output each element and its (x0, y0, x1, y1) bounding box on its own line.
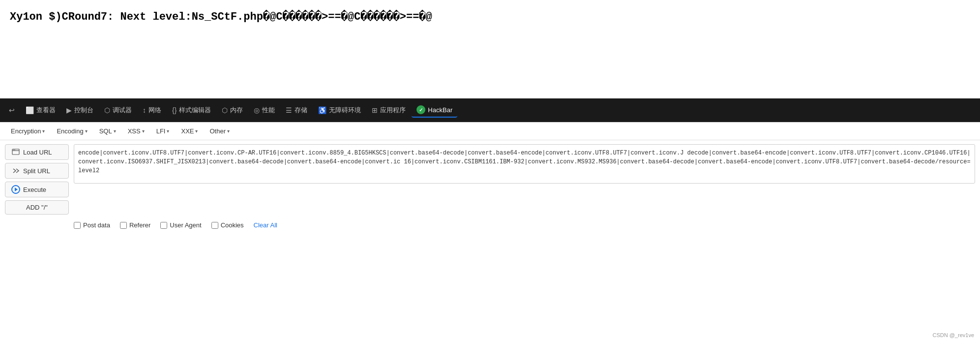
referer-label: Referer (129, 221, 150, 229)
menu-encoding[interactable]: Encoding ▾ (51, 125, 93, 137)
page-title: Xy1on $)CRound7: Next level:Ns_SCtF.php�… (10, 10, 970, 23)
execute-icon (11, 185, 20, 194)
split-url-label: Split URL (23, 167, 50, 175)
user-agent-checkbox[interactable]: User Agent (160, 221, 201, 229)
post-data-label: Post data (83, 221, 110, 229)
toolbar-storage[interactable]: ☰ 存储 (281, 103, 312, 117)
menu-encryption-label: Encryption (11, 127, 41, 135)
load-url-icon (11, 148, 20, 156)
toolbar-network[interactable]: ↕ 网络 (138, 103, 166, 117)
console-icon: ▶ (66, 106, 72, 114)
menu-other-label: Other (209, 127, 226, 135)
execute-button[interactable]: Execute (5, 182, 69, 197)
network-icon: ↕ (143, 106, 146, 114)
menu-lfi[interactable]: LFI ▾ (150, 125, 176, 137)
post-data-input[interactable] (74, 222, 81, 229)
cookies-input[interactable] (211, 222, 218, 229)
hackbar-buttons: Load URL Split URL Execute ADD "/" (5, 144, 69, 215)
toolbar-memory-label: 内存 (230, 106, 243, 115)
toolbar-accessibility[interactable]: ♿ 无障碍环境 (313, 103, 366, 117)
toolbar-app[interactable]: ⊞ 应用程序 (367, 103, 411, 117)
execute-label: Execute (23, 186, 46, 193)
toolbar-back[interactable]: ↩ (4, 104, 20, 117)
cookies-checkbox[interactable]: Cookies (211, 221, 244, 229)
load-url-label: Load URL (23, 149, 52, 156)
menu-encryption[interactable]: Encryption ▾ (5, 125, 51, 137)
url-content-area[interactable]: encode|convert.iconv.UTF8.UTF7|convert.i… (74, 144, 975, 184)
svg-point-2 (14, 150, 15, 151)
memory-icon: ⬡ (222, 106, 228, 114)
lfi-arrow-icon: ▾ (167, 128, 169, 134)
top-content-area: Xy1on $)CRound7: Next level:Ns_SCtF.php�… (0, 0, 980, 98)
cookies-label: Cookies (221, 221, 244, 229)
toolbar-memory[interactable]: ⬡ 内存 (217, 103, 248, 117)
split-url-icon (11, 166, 20, 175)
toolbar-hackbar[interactable]: ✓ HackBar (412, 103, 457, 118)
hackbar-icon: ✓ (416, 105, 425, 114)
toolbar-hackbar-label: HackBar (428, 106, 452, 114)
toolbar-console[interactable]: ▶ 控制台 (61, 103, 98, 117)
hackbar-main: Load URL Split URL Execute ADD "/" (0, 140, 980, 218)
menu-encoding-label: Encoding (57, 127, 83, 135)
sql-arrow-icon: ▾ (114, 128, 116, 134)
accessibility-icon: ♿ (318, 106, 327, 114)
menu-lfi-label: LFI (156, 127, 166, 135)
add-slash-button[interactable]: ADD "/" (5, 200, 69, 215)
toolbar-console-label: 控制台 (74, 106, 93, 115)
debugger-icon: ⬡ (104, 106, 110, 114)
back-icon: ↩ (9, 106, 15, 114)
toolbar-inspector[interactable]: ⬜ 查看器 (21, 103, 60, 117)
hackbar-menu: Encryption ▾ Encoding ▾ SQL ▾ XSS ▾ LFI … (0, 123, 980, 140)
referer-input[interactable] (120, 222, 127, 229)
toolbar-network-label: 网络 (148, 106, 161, 115)
encoding-arrow-icon: ▾ (85, 128, 88, 134)
toolbar-style-label: 样式编辑器 (179, 106, 211, 115)
toolbar-app-label: 应用程序 (380, 106, 406, 115)
user-agent-input[interactable] (160, 222, 167, 229)
app-icon: ⊞ (372, 106, 378, 114)
toolbar-accessibility-label: 无障碍环境 (329, 106, 361, 115)
split-url-button[interactable]: Split URL (5, 163, 69, 179)
post-data-checkbox[interactable]: Post data (74, 221, 110, 229)
other-arrow-icon: ▾ (227, 128, 230, 134)
url-text: encode|convert.iconv.UTF8.UTF7|convert.i… (78, 149, 971, 175)
toolbar-debugger[interactable]: ⬡ 调试器 (99, 103, 137, 117)
encryption-arrow-icon: ▾ (42, 128, 45, 134)
toolbar-debugger-label: 调试器 (113, 106, 132, 115)
add-slash-label: ADD "/" (26, 204, 48, 211)
toolbar-performance-label: 性能 (262, 106, 275, 115)
user-agent-label: User Agent (170, 221, 201, 229)
menu-xxe-label: XXE (181, 127, 194, 135)
menu-sql[interactable]: SQL ▾ (93, 125, 122, 137)
toolbar-performance[interactable]: ◎ 性能 (249, 103, 280, 117)
watermark: CSDN @_rev1ve (932, 332, 974, 338)
menu-sql-label: SQL (99, 127, 112, 135)
xxe-arrow-icon: ▾ (195, 128, 198, 134)
referer-checkbox[interactable]: Referer (120, 221, 150, 229)
storage-icon: ☰ (286, 106, 292, 114)
style-editor-icon: {} (172, 106, 177, 114)
devtools-toolbar: ↩ ⬜ 查看器 ▶ 控制台 ⬡ 调试器 ↕ 网络 {} 样式编辑器 ⬡ 内存 ◎… (0, 98, 980, 122)
toolbar-storage-label: 存储 (295, 106, 307, 115)
menu-other[interactable]: Other ▾ (204, 125, 236, 137)
menu-xss[interactable]: XSS ▾ (122, 125, 150, 137)
hackbar-panel: Encryption ▾ Encoding ▾ SQL ▾ XSS ▾ LFI … (0, 122, 980, 232)
performance-icon: ◎ (254, 106, 260, 114)
xss-arrow-icon: ▾ (142, 128, 145, 134)
toolbar-style-editor[interactable]: {} 样式编辑器 (167, 103, 216, 117)
menu-xss-label: XSS (128, 127, 141, 135)
toolbar-inspector-label: 查看器 (36, 106, 56, 115)
svg-point-1 (13, 150, 14, 151)
menu-xxe[interactable]: XXE ▾ (175, 125, 204, 137)
inspector-icon: ⬜ (26, 106, 34, 114)
load-url-button[interactable]: Load URL (5, 144, 69, 160)
hackbar-footer: Post data Referer User Agent Cookies Cle… (0, 218, 980, 232)
clear-all-button[interactable]: Clear All (254, 221, 277, 229)
